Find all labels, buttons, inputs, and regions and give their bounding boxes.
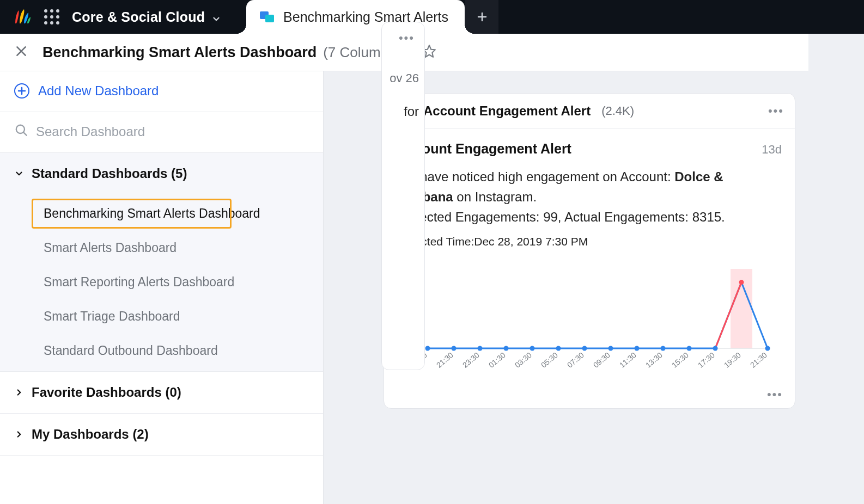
close-button[interactable] <box>14 44 28 60</box>
sidebar-item-smart-triage[interactable]: Smart Triage Dashboard <box>0 299 323 334</box>
favorite-star-button[interactable] <box>422 44 436 60</box>
chat-columns-icon <box>259 10 275 23</box>
page-title: Benchmarking Smart Alerts Dashboard <box>42 44 317 61</box>
section-label: Favorite Dashboards (0) <box>32 385 181 400</box>
sidebar-item-smart-reporting[interactable]: Smart Reporting Alerts Dashboard <box>0 265 323 299</box>
chevron-right-icon <box>14 388 24 397</box>
svg-text:01:30: 01:30 <box>487 350 507 369</box>
svg-point-19 <box>530 346 535 351</box>
sidebar-item-smart-alerts[interactable]: Smart Alerts Dashboard <box>0 231 323 265</box>
section-header-my[interactable]: My Dashboards (2) <box>0 414 323 455</box>
svg-text:09:30: 09:30 <box>592 350 612 369</box>
add-dashboard-button[interactable]: Add New Dashboard <box>0 71 323 112</box>
search-icon <box>14 123 28 140</box>
search-dashboard[interactable] <box>0 112 323 153</box>
svg-text:21:30: 21:30 <box>749 350 769 369</box>
svg-rect-1 <box>265 15 274 22</box>
dashboard-sidebar: Add New Dashboard Standard Dashboards (5… <box>0 71 324 504</box>
sidebar-item-standard-outbound[interactable]: Standard Outbound Dashboard <box>0 334 323 368</box>
svg-point-20 <box>556 346 561 351</box>
svg-text:17:30: 17:30 <box>696 350 716 369</box>
topbar-left: Core & Social Cloud <box>0 0 246 34</box>
card-body: Account Engagement Alert 13d We have not… <box>384 129 795 388</box>
svg-point-24 <box>661 346 666 351</box>
svg-point-25 <box>687 346 692 351</box>
section-standard: Standard Dashboards (5) Benchmarking Sma… <box>0 153 323 372</box>
standard-list: Benchmarking Smart Alerts Dashboard Smar… <box>0 194 323 371</box>
workspace-label: Core & Social Cloud <box>72 9 205 25</box>
svg-point-15 <box>425 346 430 351</box>
section-header-favorite[interactable]: Favorite Dashboards (0) <box>0 372 323 413</box>
svg-text:03:30: 03:30 <box>513 350 533 369</box>
pulse-icon <box>395 101 415 121</box>
svg-text:23:30: 23:30 <box>461 350 481 369</box>
chevron-down-icon <box>211 12 221 22</box>
workspace-switcher[interactable]: Core & Social Cloud <box>72 9 234 25</box>
card-more-button[interactable]: ••• <box>768 104 784 118</box>
svg-text:07:30: 07:30 <box>565 350 586 369</box>
page-header: Benchmarking Smart Alerts Dashboard (7 C… <box>0 34 808 71</box>
card-title: Account Engagement Alert <box>423 103 591 119</box>
svg-point-18 <box>504 346 509 351</box>
card-header: Account Engagement Alert (2.4K) ••• <box>384 94 795 129</box>
tab-label: Benchmarking Smart Alerts <box>283 9 448 25</box>
add-dashboard-label: Add New Dashboard <box>38 83 159 99</box>
page-column-count: (7 Columns) <box>323 44 400 61</box>
engagement-chart: 010K19:3021:3023:3001:3003:3005:3007:300… <box>397 265 782 382</box>
section-favorite: Favorite Dashboards (0) <box>0 372 323 414</box>
section-label: My Dashboards (2) <box>32 427 149 442</box>
svg-text:21:30: 21:30 <box>435 350 455 369</box>
chevron-right-icon <box>14 429 24 439</box>
svg-marker-6 <box>423 45 435 57</box>
alert-description: We have noticed high engagement on Accou… <box>397 167 782 228</box>
alert-age: 13d <box>762 143 782 157</box>
alert-line1-post: on Instagram. <box>453 189 537 204</box>
right-column: Account Engagement Alert (2.4K) ••• Acco… <box>324 71 808 409</box>
svg-text:15:30: 15:30 <box>670 350 690 369</box>
svg-text:10K: 10K <box>406 265 423 274</box>
chevron-down-icon <box>14 169 24 179</box>
svg-line-10 <box>23 132 26 135</box>
section-header-standard[interactable]: Standard Dashboards (5) <box>0 153 323 194</box>
card-footer-more-button[interactable]: ••• <box>384 388 795 408</box>
alert-card: Account Engagement Alert (2.4K) ••• Acco… <box>384 93 795 409</box>
card-count: (2.4K) <box>601 104 634 118</box>
sidebar-item-benchmarking[interactable]: Benchmarking Smart Alerts Dashboard <box>0 196 323 231</box>
svg-point-17 <box>478 346 483 351</box>
svg-point-26 <box>713 346 718 351</box>
svg-point-23 <box>635 346 640 351</box>
top-bar: Core & Social Cloud Benchmarking Smart A… <box>0 0 864 34</box>
svg-point-27 <box>739 280 744 285</box>
search-dashboard-input[interactable] <box>36 124 309 139</box>
alert-heading-row: Account Engagement Alert 13d <box>397 141 782 157</box>
alert-line1-pre: We have noticed high engagement on Accou… <box>397 169 674 184</box>
section-label: Standard Dashboards (5) <box>32 166 187 181</box>
alert-detected-time: Detected Time:Dec 28, 2019 7:30 PM <box>397 235 782 248</box>
alert-title: Account Engagement Alert <box>397 141 571 157</box>
svg-text:13:30: 13:30 <box>644 350 664 369</box>
svg-point-28 <box>765 346 770 351</box>
svg-text:11:30: 11:30 <box>618 350 638 369</box>
svg-point-21 <box>582 346 587 351</box>
main-area: Add New Dashboard Standard Dashboards (5… <box>0 71 808 504</box>
page-title-wrap: Benchmarking Smart Alerts Dashboard (7 C… <box>42 44 400 61</box>
tab-active[interactable]: Benchmarking Smart Alerts <box>246 0 465 34</box>
svg-point-22 <box>609 346 613 351</box>
app-logo-icon[interactable] <box>12 7 32 27</box>
plus-circle-icon <box>14 83 29 99</box>
apps-grid-icon[interactable] <box>44 9 60 25</box>
svg-point-16 <box>452 346 457 351</box>
svg-text:19:30: 19:30 <box>722 350 743 369</box>
svg-text:05:30: 05:30 <box>539 350 559 369</box>
section-my: My Dashboards (2) <box>0 414 323 456</box>
alert-line2: Expected Engagements: 99, Actual Engagem… <box>397 210 725 224</box>
